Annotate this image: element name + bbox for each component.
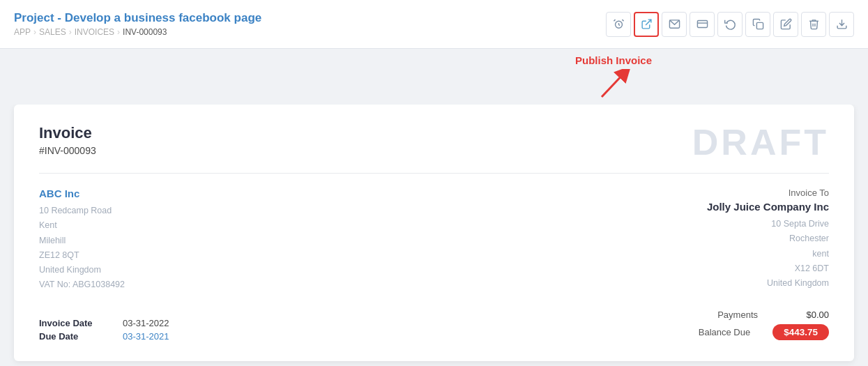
top-bar: Project - Develop a business facebook pa… (0, 0, 868, 49)
to-addr-5: United Kingdom (707, 276, 829, 291)
top-left: Project - Develop a business facebook pa… (14, 11, 261, 37)
svg-line-8 (602, 72, 625, 97)
payments-row: Payments $0.00 (699, 310, 829, 320)
publish-arrow-icon (596, 69, 631, 100)
alarm-button[interactable] (606, 12, 631, 37)
breadcrumb-sep3: › (117, 27, 120, 37)
balance-due-row: Balance Due $443.75 (699, 324, 829, 340)
client-name: Jolly Juice Company Inc (707, 201, 829, 213)
to-addr-2: Rochester (707, 231, 829, 246)
breadcrumb-sep1: › (33, 27, 36, 37)
to-addr-4: X12 6DT (707, 261, 829, 276)
dates-block: Invoice Date 03-31-2022 Due Date 03-31-2… (39, 318, 169, 344)
email-button[interactable] (662, 12, 687, 37)
to-addr-3: kent (707, 247, 829, 261)
balance-due-label: Balance Due (699, 327, 750, 337)
invoice-date-row: Invoice Date 03-31-2022 (39, 318, 169, 328)
copy-button[interactable] (745, 12, 770, 37)
from-addr-1: 10 Redcamp Road (39, 204, 125, 218)
publish-annotation: Publish Invoice (575, 54, 652, 100)
from-addr-5: United Kingdom (39, 263, 125, 277)
payments-value: $0.00 (780, 310, 829, 320)
edit-button[interactable] (773, 12, 798, 37)
from-company-name: ABC Inc (39, 188, 125, 199)
toolbar (606, 12, 854, 37)
from-address-lines: 10 Redcamp Road Kent Milehill ZE12 8QT U… (39, 204, 125, 293)
download-button[interactable] (829, 12, 854, 37)
publish-label: Publish Invoice (575, 54, 652, 66)
invoice-number: #INV-000093 (39, 145, 96, 156)
invoice-card: Invoice #INV-000093 DRAFT ABC Inc 10 Red… (14, 105, 854, 361)
breadcrumb-current: INV-000093 (123, 27, 167, 37)
from-vat: VAT No: ABG1038492 (39, 277, 125, 292)
due-date-label: Due Date (39, 331, 109, 342)
svg-rect-5 (756, 22, 763, 29)
project-title: Project - Develop a business facebook pa… (14, 11, 261, 25)
payment-button[interactable] (690, 12, 715, 37)
breadcrumb-app: APP (14, 27, 31, 37)
invoice-title: Invoice (39, 124, 96, 142)
svg-line-1 (646, 20, 651, 25)
due-date-value: 03-31-2021 (123, 331, 169, 342)
annotation-area: Publish Invoice (0, 49, 868, 105)
delete-button[interactable] (801, 12, 826, 37)
invoice-title-block: Invoice #INV-000093 (39, 124, 96, 156)
refresh-button[interactable] (717, 12, 743, 37)
svg-rect-3 (697, 21, 707, 28)
breadcrumb-sales: SALES (39, 27, 66, 37)
due-date-row: Due Date 03-31-2021 (39, 331, 169, 342)
from-addr-2: Kent (39, 218, 125, 233)
from-address: ABC Inc 10 Redcamp Road Kent Milehill ZE… (39, 188, 125, 293)
invoice-date-label: Invoice Date (39, 318, 109, 328)
to-addr-1: 10 Septa Drive (707, 217, 829, 231)
from-addr-4: ZE12 8QT (39, 248, 125, 263)
publish-button[interactable] (634, 12, 659, 37)
invoice-date-value: 03-31-2022 (123, 318, 169, 328)
balance-due-value: $443.75 (772, 324, 829, 340)
breadcrumb-invoices: INVOICES (75, 27, 114, 37)
from-addr-3: Milehill (39, 234, 125, 248)
to-address-lines: 10 Septa Drive Rochester kent X12 6DT Un… (707, 217, 829, 291)
invoice-header: Invoice #INV-000093 DRAFT (39, 124, 829, 174)
breadcrumb: APP › SALES › INVOICES › INV-000093 (14, 27, 261, 37)
breadcrumb-sep2: › (69, 27, 72, 37)
to-address: Invoice To Jolly Juice Company Inc 10 Se… (707, 188, 829, 293)
bottom-row: Invoice Date 03-31-2022 Due Date 03-31-2… (39, 310, 829, 344)
draft-watermark: DRAFT (692, 124, 829, 160)
payments-block: Payments $0.00 Balance Due $443.75 (699, 310, 829, 344)
invoice-to-label: Invoice To (707, 188, 829, 198)
address-section: ABC Inc 10 Redcamp Road Kent Milehill ZE… (39, 188, 829, 293)
payments-label: Payments (717, 310, 758, 320)
